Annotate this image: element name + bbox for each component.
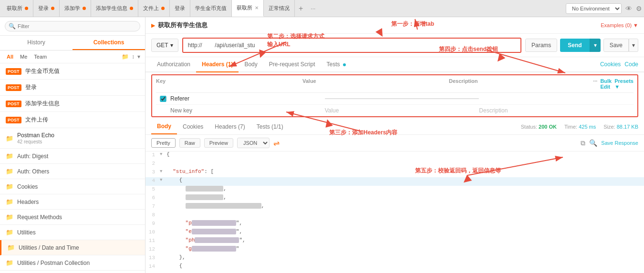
item-label: 文件上传 — [25, 116, 48, 124]
expand-icon[interactable]: ▶ — [151, 22, 155, 29]
code-link[interactable]: Code — [624, 61, 638, 68]
headers-section: Key Value Description ··· Bulk Edit Pres… — [151, 74, 638, 117]
send-dropdown-button[interactable]: ▾ — [590, 39, 601, 52]
tab-添加学[interactable]: 添加学 — [60, 0, 91, 17]
dots-menu[interactable]: ··· — [593, 78, 597, 90]
settings-icon[interactable]: ⚙ — [636, 5, 642, 12]
code-line-11: 11 "ph ", — [145, 237, 644, 246]
sidebar-folder-auth-digest[interactable]: 📁 Auth: Digest — [0, 149, 145, 164]
sidebar-tab-collections[interactable]: Collections — [73, 36, 145, 50]
req-tab-headers[interactable]: Headers (1) — [196, 57, 239, 72]
code-line-12: 12 "g " — [145, 246, 644, 254]
sidebar-folder-request-methods[interactable]: 📁 Request Methods — [0, 210, 145, 225]
header-checkbox[interactable] — [156, 96, 170, 102]
value-column-header: Value — [302, 78, 449, 90]
examples-label[interactable]: Examples (0) ▼ — [601, 22, 638, 28]
sidebar-folder-utilities-postman[interactable]: 📁 Utilities / Postman Collection — [0, 255, 145, 271]
folder-icon: 📁 — [6, 168, 13, 175]
pretty-button[interactable]: Pretty — [151, 138, 176, 148]
tab-学生金币充值[interactable]: 学生金币充值 — [190, 0, 232, 17]
req-tab-tests[interactable]: Tests — [321, 57, 351, 72]
tab-close-icon[interactable]: ✕ — [255, 5, 259, 10]
send-button[interactable]: Send — [560, 39, 589, 52]
raw-button[interactable]: Raw — [179, 138, 200, 148]
sidebar-folder-auth-others[interactable]: 📁 Auth: Others — [0, 164, 145, 179]
tab-获取所-active[interactable]: 获取所 ✕ — [232, 0, 264, 17]
filter-me-button[interactable]: Me — [18, 53, 29, 61]
bulk-edit-link[interactable]: Bulk Edit — [600, 78, 612, 90]
preview-button[interactable]: Preview — [204, 138, 233, 148]
headers-table-header: Key Value Description ··· Bulk Edit Pres… — [156, 75, 634, 93]
resp-tab-tests[interactable]: Tests (1/1) — [251, 120, 289, 134]
search-button[interactable]: 🔍 — [589, 139, 597, 147]
code-line-13: 13 }, — [145, 254, 644, 263]
cookies-link[interactable]: Cookies — [600, 61, 621, 68]
filter-input[interactable] — [5, 21, 140, 31]
fold-icon[interactable]: ▼ — [160, 169, 166, 174]
tab-获取所-1[interactable]: 获取所 — [2, 0, 33, 17]
tab-more-button[interactable]: ··· — [307, 5, 319, 12]
chevron-down-icon[interactable]: ▾ — [137, 53, 140, 60]
new-header-row: Value Description — [156, 105, 634, 116]
tab-dot — [25, 7, 28, 10]
sidebar-item-添加学生信息[interactable]: POST 添加学生信息 — [0, 96, 145, 112]
sidebar-item-文件上传[interactable]: POST 文件上传 — [0, 112, 145, 128]
sidebar-folder-headers[interactable]: 📁 Headers — [0, 194, 145, 210]
environment-select[interactable]: No Environment — [566, 3, 622, 14]
tab-添加学生信息[interactable]: 添加学生信息 — [91, 0, 138, 17]
sidebar-folder-utilities[interactable]: 📁 Utilities — [0, 225, 145, 240]
resp-tab-body[interactable]: Body — [151, 119, 177, 134]
tab-正常情况[interactable]: 正常情况 — [264, 0, 295, 17]
new-folder-icon[interactable]: 📁 — [122, 53, 129, 60]
save-response-button[interactable]: Save Response — [601, 139, 638, 147]
folder-label: Auth: Digest — [17, 153, 48, 160]
code-line-1: 1 ▼ { — [145, 152, 644, 160]
sidebar-item-登录[interactable]: POST 登录 — [0, 80, 145, 96]
save-dropdown-button[interactable]: ▾ — [629, 39, 638, 52]
sidebar-tab-history[interactable]: History — [0, 36, 73, 50]
header-key[interactable]: Referer — [170, 95, 325, 102]
url-input[interactable] — [182, 38, 521, 53]
format-select[interactable]: JSON — [237, 138, 270, 148]
presets-link[interactable]: Presets ▼ — [614, 78, 634, 90]
tab-add-button[interactable]: + — [295, 4, 307, 13]
resp-tab-headers[interactable]: Headers (7) — [209, 120, 250, 134]
method-select[interactable]: GET ▾ — [151, 39, 178, 52]
copy-button[interactable]: ⧉ — [581, 139, 585, 147]
code-line-7: 7 , — [145, 203, 644, 212]
req-tab-prerequest[interactable]: Pre-request Script — [263, 57, 321, 72]
filter-all-button[interactable]: All — [5, 53, 15, 61]
params-button[interactable]: Params — [525, 39, 557, 52]
tab-label: 获取所 — [7, 5, 22, 12]
req-tab-authorization[interactable]: Authorization — [151, 57, 196, 72]
sidebar-folder-cookies[interactable]: 📁 Cookies — [0, 179, 145, 194]
fold-icon[interactable]: ▼ — [160, 177, 166, 182]
new-key-input[interactable] — [170, 107, 325, 114]
sidebar-filter-icons: 📁 ↕ ▾ — [122, 53, 140, 60]
resp-tab-cookies[interactable]: Cookies — [177, 120, 209, 134]
sidebar-folder-postman-echo[interactable]: 📁 Postman Echo 42 requests — [0, 128, 145, 149]
folder-icon: 📁 — [6, 198, 13, 205]
code-line-3: 3 ▼ "stu_info": [ — [145, 169, 644, 177]
fold-icon[interactable]: ▼ — [160, 152, 166, 157]
header-value[interactable] — [325, 98, 479, 99]
tab-bar-right: No Environment 👁 ⚙ — [566, 3, 642, 14]
folder-title: Postman Echo — [17, 132, 54, 139]
tab-bar: 获取所 登录 添加学 添加学生信息 文件上 登录 学生金币充值 获取所 ✕ — [0, 0, 644, 17]
url-input-wrap — [182, 38, 521, 53]
chevron-icon: ▾ — [170, 42, 173, 49]
main-area: 🔍 History Collections All Me Team 📁 ↕ — [0, 17, 644, 273]
filter-team-button[interactable]: Team — [32, 53, 49, 61]
tab-登录-2[interactable]: 登录 — [170, 0, 190, 17]
req-tab-body[interactable]: Body — [239, 57, 263, 72]
sidebar-item-学生金币充值[interactable]: POST 学生金币充值 — [0, 63, 145, 80]
method-badge: POST — [6, 68, 21, 75]
save-button[interactable]: Save — [603, 39, 629, 52]
tab-文件上[interactable]: 文件上 — [138, 0, 170, 17]
format-icon[interactable]: ⇌ — [273, 139, 280, 148]
sidebar-folder-utilities-date[interactable]: 📁 Utilities / Date and Time — [0, 240, 145, 255]
eye-icon[interactable]: 👁 — [625, 5, 632, 12]
sort-icon[interactable]: ↕ — [132, 53, 135, 60]
tab-登录-1[interactable]: 登录 — [33, 0, 60, 17]
status-badge: Status: 200 OK — [521, 124, 557, 130]
